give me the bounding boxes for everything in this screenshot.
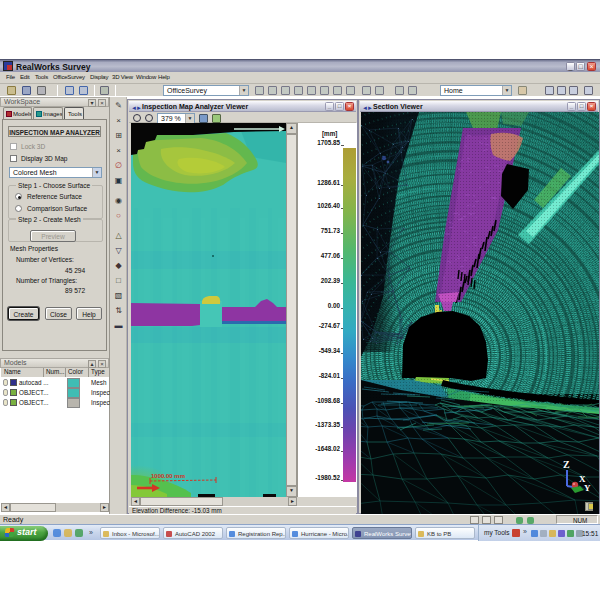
svg-text:Z: Z — [563, 459, 570, 470]
svg-text:Y: Y — [584, 483, 591, 493]
svg-text:1000.00 mm: 1000.00 mm — [151, 473, 185, 479]
